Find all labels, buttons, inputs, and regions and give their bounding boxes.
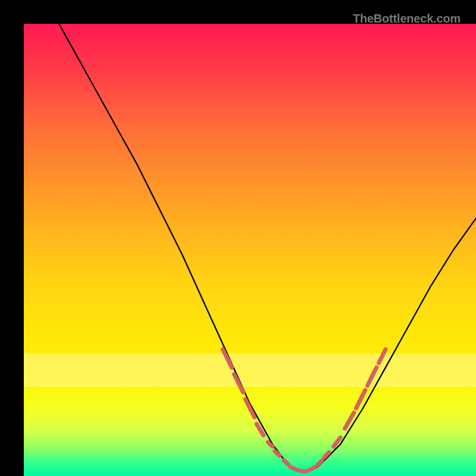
chart-svg <box>24 24 476 476</box>
highlight-dash <box>345 413 354 429</box>
highlight-dash <box>304 471 309 472</box>
highlight-dash <box>298 470 302 471</box>
highlight-dash <box>234 374 243 392</box>
highlight-dash <box>379 349 386 363</box>
highlight-dash <box>311 467 316 469</box>
watermark-text: TheBottleneck.com <box>353 12 461 26</box>
highlight-dash <box>290 467 295 469</box>
highlight-dash <box>284 460 289 465</box>
highlight-dash <box>223 349 231 367</box>
highlight-dash <box>368 368 377 386</box>
chart-frame: TheBottleneck.com <box>0 0 476 476</box>
chart-plot <box>24 24 476 476</box>
